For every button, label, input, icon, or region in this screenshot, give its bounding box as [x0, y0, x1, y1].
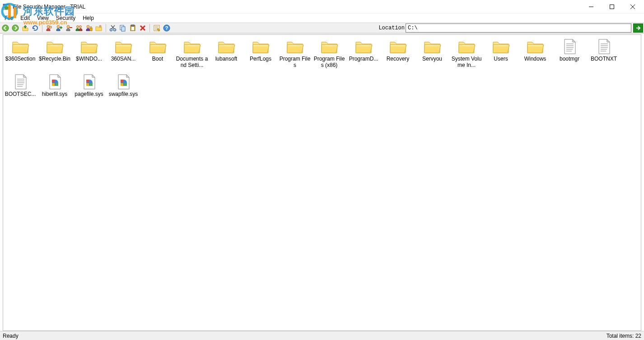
svg-point-12: [77, 26, 79, 28]
file-label: Boot: [152, 56, 163, 62]
svg-rect-15: [90, 28, 92, 31]
file-label: BOOTSEC...: [5, 91, 36, 97]
menu-file[interactable]: File: [1, 14, 17, 22]
svg-point-8: [47, 25, 50, 28]
cut-icon[interactable]: [108, 24, 117, 33]
doc-icon: [559, 38, 580, 56]
svg-point-14: [87, 25, 89, 28]
titlebar: File Security Manager - TRIAL: [0, 0, 644, 14]
file-label: Windows: [524, 56, 546, 62]
file-item[interactable]: Program Files (x86): [312, 37, 346, 70]
users-icon[interactable]: [45, 24, 54, 33]
file-item[interactable]: $WINDO...: [72, 37, 106, 70]
menu-edit[interactable]: Edit: [17, 14, 33, 22]
forward-icon[interactable]: [11, 24, 20, 33]
delete-icon[interactable]: [138, 24, 147, 33]
toolbar-separator: [149, 24, 150, 32]
menubar: File Edit View Security Help: [0, 14, 644, 23]
refresh-icon[interactable]: [31, 24, 40, 33]
folder-icon: [9, 38, 31, 56]
paste-icon[interactable]: [128, 24, 137, 33]
file-item[interactable]: Users: [484, 37, 518, 70]
owner-icon[interactable]: [94, 24, 103, 33]
sys-icon: [112, 73, 134, 91]
sys-icon: [78, 73, 100, 91]
sys-icon: [44, 73, 65, 91]
file-label: $Recycle.Bin: [39, 56, 70, 62]
toolbar: ? Location: [0, 23, 644, 33]
status-bar: Ready Total items: 22: [0, 331, 644, 340]
file-item[interactable]: Program Files: [278, 37, 312, 70]
file-item[interactable]: $360Section: [3, 37, 37, 70]
copy-icon[interactable]: [118, 24, 127, 33]
file-item[interactable]: 360SAN...: [106, 37, 140, 70]
user-add-icon[interactable]: [55, 24, 64, 33]
svg-point-6: [2, 25, 9, 31]
folder-icon: [147, 38, 168, 56]
folder-icon: [490, 38, 512, 56]
file-label: lubansoft: [215, 56, 238, 62]
svg-rect-4: [3, 4, 9, 5]
file-label: Users: [494, 56, 508, 62]
user-remove-icon[interactable]: [65, 24, 74, 33]
svg-rect-5: [610, 5, 614, 9]
go-button[interactable]: [633, 24, 643, 33]
menu-view[interactable]: View: [33, 14, 52, 22]
file-label: Recovery: [387, 56, 410, 62]
close-button[interactable]: [622, 0, 643, 14]
file-item[interactable]: swapfile.sys: [106, 72, 140, 99]
file-label: Program Files (x86): [313, 56, 346, 68]
doc-icon: [593, 38, 615, 56]
menu-security[interactable]: Security: [52, 14, 79, 22]
status-right: Total items: 22: [607, 333, 641, 339]
help-icon[interactable]: ?: [162, 24, 171, 33]
location-input[interactable]: [406, 24, 631, 33]
folder-icon: [318, 38, 340, 56]
location-label: Location: [378, 25, 406, 31]
svg-rect-22: [131, 25, 134, 26]
svg-point-10: [57, 25, 60, 28]
folder-icon: [112, 38, 134, 56]
properties-icon[interactable]: [152, 24, 161, 33]
svg-rect-23: [131, 27, 134, 30]
folder-icon: [456, 38, 477, 56]
back-icon[interactable]: [1, 24, 10, 33]
up-icon[interactable]: [21, 24, 30, 33]
file-item[interactable]: Windows: [518, 37, 552, 70]
folder-icon: [421, 38, 443, 56]
file-label: 360SAN...: [111, 56, 136, 62]
svg-point-13: [79, 26, 82, 28]
folder-icon: [353, 38, 374, 56]
toolbar-separator: [42, 24, 42, 32]
file-label: Documents and Setti...: [175, 56, 209, 68]
folder-icon: [524, 38, 546, 56]
file-item[interactable]: Servyou: [415, 37, 449, 70]
svg-point-16: [99, 25, 101, 27]
file-item[interactable]: hiberfil.sys: [37, 72, 72, 99]
file-item[interactable]: System Volume In...: [449, 37, 484, 70]
file-label: bootmgr: [560, 56, 579, 62]
file-item[interactable]: bootmgr: [552, 37, 587, 70]
minimize-button[interactable]: [581, 0, 602, 14]
file-item[interactable]: PerfLogs: [243, 37, 278, 70]
file-label: ProgramD...: [349, 56, 378, 62]
file-item[interactable]: Recovery: [381, 37, 415, 70]
file-item[interactable]: BOOTSEC...: [3, 72, 37, 99]
file-item[interactable]: lubansoft: [209, 37, 243, 70]
maximize-button[interactable]: [602, 0, 622, 14]
file-item[interactable]: pagefile.sys: [72, 72, 106, 99]
user-group-icon[interactable]: [75, 24, 84, 33]
file-item[interactable]: $Recycle.Bin: [37, 37, 72, 70]
file-item[interactable]: Documents and Setti...: [175, 37, 209, 70]
file-item[interactable]: Boot: [140, 37, 175, 70]
file-item[interactable]: ProgramD...: [346, 37, 381, 70]
permissions-icon[interactable]: [84, 24, 93, 33]
folder-icon: [181, 38, 203, 56]
menu-help[interactable]: Help: [79, 14, 98, 22]
file-item[interactable]: BOOTNXT: [587, 37, 621, 70]
svg-text:?: ?: [165, 25, 168, 31]
folder-icon: [44, 38, 65, 56]
file-label: pagefile.sys: [75, 91, 103, 97]
file-label: Program Files: [278, 56, 312, 68]
file-pane[interactable]: $360Section$Recycle.Bin$WINDO...360SAN..…: [3, 34, 641, 331]
